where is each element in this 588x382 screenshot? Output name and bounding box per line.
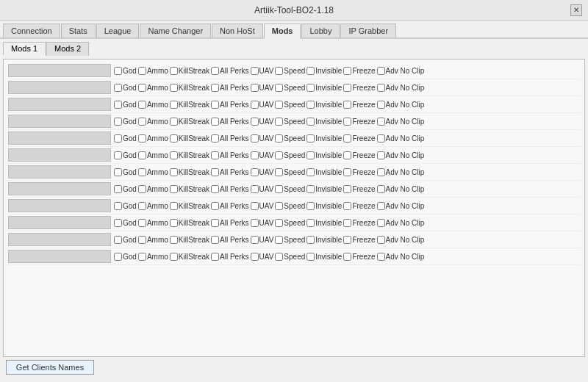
- checkbox-item-killstreak[interactable]: KillStreak: [170, 134, 209, 143]
- checkbox-item-ammo[interactable]: Ammo: [138, 236, 168, 244]
- checkbox-item-freeze[interactable]: Freeze: [343, 151, 375, 159]
- checkbox-speed[interactable]: [275, 84, 283, 92]
- checkbox-uav[interactable]: [251, 219, 259, 227]
- checkbox-speed[interactable]: [275, 101, 283, 109]
- checkbox-item-killstreak[interactable]: KillStreak: [170, 185, 209, 193]
- checkbox-all-perks[interactable]: [211, 168, 219, 176]
- checkbox-item-speed[interactable]: Speed: [275, 84, 305, 92]
- checkbox-invisible[interactable]: [306, 236, 315, 244]
- nav-tab-ip-grabber[interactable]: IP Grabber: [340, 24, 396, 37]
- sub-tab-mods-1[interactable]: Mods 1: [3, 42, 46, 56]
- checkbox-uav[interactable]: [251, 84, 259, 92]
- checkbox-item-ammo[interactable]: Ammo: [138, 118, 168, 126]
- checkbox-invisible[interactable]: [306, 101, 315, 109]
- checkbox-item-ammo[interactable]: Ammo: [138, 101, 168, 109]
- checkbox-item-freeze[interactable]: Freeze: [343, 185, 375, 193]
- checkbox-freeze[interactable]: [343, 253, 351, 261]
- checkbox-item-uav[interactable]: UAV: [251, 202, 274, 210]
- checkbox-ammo[interactable]: [138, 219, 146, 227]
- checkbox-ammo[interactable]: [138, 118, 146, 126]
- checkbox-invisible[interactable]: [306, 67, 315, 75]
- checkbox-item-speed[interactable]: Speed: [275, 118, 305, 126]
- checkbox-invisible[interactable]: [306, 185, 315, 193]
- checkbox-killstreak[interactable]: [170, 134, 178, 143]
- checkbox-item-freeze[interactable]: Freeze: [343, 101, 375, 109]
- checkbox-item-adv-no-clip[interactable]: Adv No Clip: [377, 219, 425, 227]
- nav-tab-mods[interactable]: Mods: [264, 24, 301, 39]
- checkbox-item-invisible[interactable]: Invisible: [306, 101, 342, 109]
- checkbox-invisible[interactable]: [306, 219, 315, 227]
- checkbox-god[interactable]: [114, 168, 122, 176]
- checkbox-item-speed[interactable]: Speed: [275, 202, 305, 210]
- checkbox-item-adv-no-clip[interactable]: Adv No Clip: [377, 151, 425, 159]
- checkbox-invisible[interactable]: [306, 134, 315, 143]
- checkbox-uav[interactable]: [251, 236, 259, 244]
- checkbox-item-god[interactable]: God: [114, 84, 137, 92]
- checkbox-ammo[interactable]: [138, 151, 146, 159]
- checkbox-item-all-perks[interactable]: All Perks: [211, 118, 248, 126]
- nav-tab-league[interactable]: League: [96, 24, 140, 37]
- checkbox-item-uav[interactable]: UAV: [251, 151, 274, 159]
- checkbox-item-ammo[interactable]: Ammo: [138, 219, 168, 227]
- checkbox-item-freeze[interactable]: Freeze: [343, 253, 375, 261]
- checkbox-item-ammo[interactable]: Ammo: [138, 151, 168, 159]
- checkbox-killstreak[interactable]: [170, 202, 178, 210]
- checkbox-item-invisible[interactable]: Invisible: [306, 202, 342, 210]
- checkbox-speed[interactable]: [275, 219, 283, 227]
- checkbox-god[interactable]: [114, 151, 122, 159]
- checkbox-ammo[interactable]: [138, 185, 146, 193]
- checkbox-adv-no-clip[interactable]: [377, 185, 385, 193]
- checkbox-killstreak[interactable]: [170, 236, 178, 244]
- checkbox-item-speed[interactable]: Speed: [275, 219, 305, 227]
- checkbox-invisible[interactable]: [306, 202, 315, 210]
- checkbox-adv-no-clip[interactable]: [377, 202, 385, 210]
- checkbox-item-killstreak[interactable]: KillStreak: [170, 84, 209, 92]
- checkbox-speed[interactable]: [275, 151, 283, 159]
- checkbox-item-killstreak[interactable]: KillStreak: [170, 236, 209, 244]
- checkbox-item-speed[interactable]: Speed: [275, 253, 305, 261]
- checkbox-item-freeze[interactable]: Freeze: [343, 67, 375, 75]
- checkbox-ammo[interactable]: [138, 202, 146, 210]
- checkbox-item-adv-no-clip[interactable]: Adv No Clip: [377, 202, 425, 210]
- checkbox-item-killstreak[interactable]: KillStreak: [170, 101, 209, 109]
- checkbox-freeze[interactable]: [343, 134, 351, 143]
- checkbox-speed[interactable]: [275, 253, 283, 261]
- checkbox-item-speed[interactable]: Speed: [275, 151, 305, 159]
- checkbox-item-speed[interactable]: Speed: [275, 67, 305, 75]
- checkbox-item-all-perks[interactable]: All Perks: [211, 202, 248, 210]
- checkbox-item-all-perks[interactable]: All Perks: [211, 151, 248, 159]
- checkbox-item-killstreak[interactable]: KillStreak: [170, 67, 209, 75]
- checkbox-item-speed[interactable]: Speed: [275, 236, 305, 244]
- get-clients-button[interactable]: Get Clients Names: [6, 360, 94, 375]
- checkbox-item-uav[interactable]: UAV: [251, 253, 274, 261]
- checkbox-item-invisible[interactable]: Invisible: [306, 219, 342, 227]
- checkbox-item-god[interactable]: God: [114, 202, 137, 210]
- checkbox-all-perks[interactable]: [211, 134, 219, 143]
- nav-tab-stats[interactable]: Stats: [61, 24, 96, 37]
- checkbox-god[interactable]: [114, 84, 122, 92]
- checkbox-adv-no-clip[interactable]: [377, 101, 385, 109]
- checkbox-speed[interactable]: [275, 168, 283, 176]
- checkbox-item-ammo[interactable]: Ammo: [138, 185, 168, 193]
- checkbox-speed[interactable]: [275, 185, 283, 193]
- nav-tab-name-changer[interactable]: Name Changer: [140, 24, 211, 37]
- checkbox-item-invisible[interactable]: Invisible: [306, 151, 342, 159]
- checkbox-item-ammo[interactable]: Ammo: [138, 84, 168, 92]
- checkbox-item-killstreak[interactable]: KillStreak: [170, 118, 209, 126]
- checkbox-invisible[interactable]: [306, 168, 315, 176]
- checkbox-freeze[interactable]: [343, 185, 351, 193]
- checkbox-killstreak[interactable]: [170, 118, 178, 126]
- nav-tab-connection[interactable]: Connection: [3, 24, 60, 37]
- checkbox-god[interactable]: [114, 134, 122, 143]
- checkbox-item-uav[interactable]: UAV: [251, 101, 274, 109]
- checkbox-all-perks[interactable]: [211, 253, 219, 261]
- checkbox-god[interactable]: [114, 202, 122, 210]
- checkbox-killstreak[interactable]: [170, 151, 178, 159]
- checkbox-item-adv-no-clip[interactable]: Adv No Clip: [377, 84, 425, 92]
- checkbox-item-adv-no-clip[interactable]: Adv No Clip: [377, 67, 425, 75]
- checkbox-speed[interactable]: [275, 118, 283, 126]
- checkbox-killstreak[interactable]: [170, 253, 178, 261]
- checkbox-item-god[interactable]: God: [114, 219, 137, 227]
- checkbox-item-invisible[interactable]: Invisible: [306, 168, 342, 176]
- checkbox-adv-no-clip[interactable]: [377, 168, 385, 176]
